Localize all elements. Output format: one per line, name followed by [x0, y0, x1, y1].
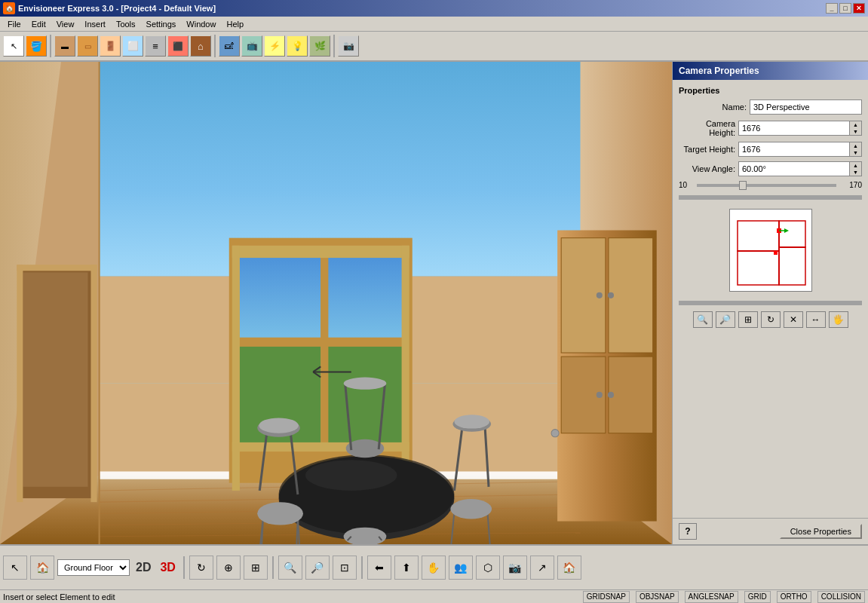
minimap[interactable]: [729, 209, 812, 292]
view-reset-btn[interactable]: ✕: [784, 311, 803, 328]
svg-point-50: [259, 418, 299, 433]
view-angle-down[interactable]: ▼: [850, 169, 861, 176]
bottom-zoom-in-btn[interactable]: 🔍: [278, 556, 302, 580]
target-height-up[interactable]: ▲: [850, 142, 861, 149]
svg-rect-18: [17, 265, 23, 502]
menu-file[interactable]: File: [3, 18, 26, 30]
tool-decoration[interactable]: 🌿: [309, 35, 330, 57]
svg-point-41: [597, 392, 603, 398]
title-bar: 🏠 Envisioneer Express 3.0 - [Project4 - …: [0, 0, 868, 17]
menu-settings[interactable]: Settings: [142, 18, 181, 30]
menu-tools[interactable]: Tools: [112, 18, 140, 30]
tool-int-wall[interactable]: ▭: [77, 35, 98, 57]
bottom-separator-3: [361, 556, 363, 579]
tool-window[interactable]: ⬜: [122, 35, 143, 57]
bottom-tool-5[interactable]: ⬆: [394, 556, 419, 580]
camera-height-input[interactable]: [738, 121, 850, 136]
menu-view[interactable]: View: [52, 18, 79, 30]
bottom-bar: ↖ 🏠 Ground Floor First Floor Second Floo…: [0, 544, 868, 589]
camera-height-up[interactable]: ▲: [850, 121, 861, 128]
bottom-house-btn[interactable]: 🏠: [30, 556, 54, 580]
svg-point-46: [305, 460, 397, 491]
view-zoom-out-btn[interactable]: 🔎: [716, 311, 735, 328]
svg-rect-38: [609, 357, 653, 433]
tool-paint[interactable]: 🪣: [26, 35, 47, 57]
bottom-select-btn[interactable]: ↖: [3, 556, 27, 580]
tool-roof[interactable]: ⌂: [190, 35, 211, 57]
bottom-nav-btn[interactable]: ↗: [530, 556, 554, 580]
bottom-tool-4[interactable]: ⬅: [367, 556, 391, 580]
bottom-zoom-fit-btn[interactable]: ⊡: [333, 556, 357, 580]
help-button[interactable]: ?: [679, 523, 697, 540]
tool-room[interactable]: ⬛: [167, 35, 189, 57]
bottom-3d-btn[interactable]: ⬡: [476, 556, 500, 580]
floor-selector[interactable]: Ground Floor First Floor Second Floor Ro…: [57, 559, 130, 576]
maximize-button[interactable]: □: [839, 3, 851, 14]
status-grid[interactable]: GRID: [744, 591, 771, 603]
tool-lamp[interactable]: 💡: [287, 35, 308, 57]
view-fit-btn[interactable]: ⊞: [738, 311, 758, 328]
tool-door[interactable]: 🚪: [100, 35, 121, 57]
target-height-input[interactable]: [738, 142, 850, 157]
angle-slider-row: 10 170: [679, 181, 862, 189]
status-gridsnap[interactable]: GRIDSNAP: [583, 591, 630, 603]
tool-electrical[interactable]: ⚡: [264, 35, 285, 57]
name-label: Name:: [679, 103, 747, 112]
bottom-people-btn[interactable]: 👥: [449, 556, 473, 580]
svg-rect-17: [17, 265, 97, 271]
app-icon: 🏠: [3, 2, 15, 14]
bottom-hand-btn[interactable]: ✋: [422, 556, 446, 580]
status-objsnap[interactable]: OBJSNAP: [636, 591, 679, 603]
status-collision[interactable]: COLLISION: [817, 591, 865, 603]
tool-camera[interactable]: 📷: [338, 35, 359, 57]
slider-min-label: 10: [679, 181, 694, 189]
bottom-camera-btn[interactable]: 📷: [503, 556, 527, 580]
view-angle-up[interactable]: ▲: [850, 162, 861, 169]
menu-edit[interactable]: Edit: [27, 18, 51, 30]
bottom-tool-3[interactable]: ⊞: [244, 556, 268, 580]
status-message: Insert or select Element to edit: [3, 592, 115, 601]
toolbar-separator-1: [50, 35, 51, 57]
tool-stair[interactable]: ≡: [145, 35, 166, 57]
panel-content: Properties Name: 3D Perspective Camera H…: [673, 80, 868, 518]
mode-3d-button[interactable]: 3D: [157, 559, 178, 576]
panel-divider-1: [679, 195, 862, 200]
camera-height-label: Camera Height:: [679, 119, 735, 137]
svg-rect-26: [321, 252, 328, 447]
camera-height-down[interactable]: ▼: [850, 128, 861, 135]
menu-insert[interactable]: Insert: [80, 18, 110, 30]
target-height-down[interactable]: ▼: [850, 149, 861, 156]
bottom-zoom-out-btn[interactable]: 🔎: [305, 556, 330, 580]
target-height-label: Target Height:: [679, 145, 735, 154]
target-height-row: Target Height: ▲ ▼: [679, 142, 862, 157]
minimize-button[interactable]: _: [826, 3, 838, 14]
angle-slider-track[interactable]: [697, 184, 836, 187]
status-anglesnap[interactable]: ANGLESNAP: [685, 591, 738, 603]
bottom-tool-2[interactable]: ⊕: [216, 556, 241, 580]
tool-select[interactable]: ↖: [3, 35, 24, 57]
app-window: 🏠 Envisioneer Express 3.0 - [Project4 - …: [0, 0, 868, 603]
tool-appliance[interactable]: 📺: [241, 35, 262, 57]
svg-point-66: [344, 378, 387, 390]
viewport-3d[interactable]: [0, 62, 672, 544]
view-zoom-in-btn[interactable]: 🔍: [693, 311, 713, 328]
view-angle-input[interactable]: [738, 161, 850, 176]
slider-max-label: 170: [839, 181, 862, 189]
bottom-home-btn[interactable]: 🏠: [557, 556, 581, 580]
menu-help[interactable]: Help: [222, 18, 248, 30]
close-button[interactable]: ✕: [853, 3, 865, 14]
tool-ext-wall[interactable]: ▬: [54, 35, 75, 57]
scene-svg: [0, 62, 672, 544]
tool-furniture[interactable]: 🛋: [219, 35, 240, 57]
view-pan-btn[interactable]: ↔: [806, 311, 826, 328]
close-properties-button[interactable]: Close Properties: [780, 524, 862, 539]
menu-window[interactable]: Window: [182, 18, 220, 30]
status-ortho[interactable]: ORTHO: [777, 591, 811, 603]
view-hand-btn[interactable]: 🖐: [829, 311, 848, 328]
bottom-tool-1[interactable]: ↻: [189, 556, 213, 580]
svg-rect-28: [232, 246, 240, 491]
mode-2d-button[interactable]: 2D: [133, 559, 154, 576]
angle-slider-thumb[interactable]: [739, 181, 747, 190]
view-rotate-btn[interactable]: ↻: [761, 311, 781, 328]
bottom-separator-1: [183, 556, 185, 579]
